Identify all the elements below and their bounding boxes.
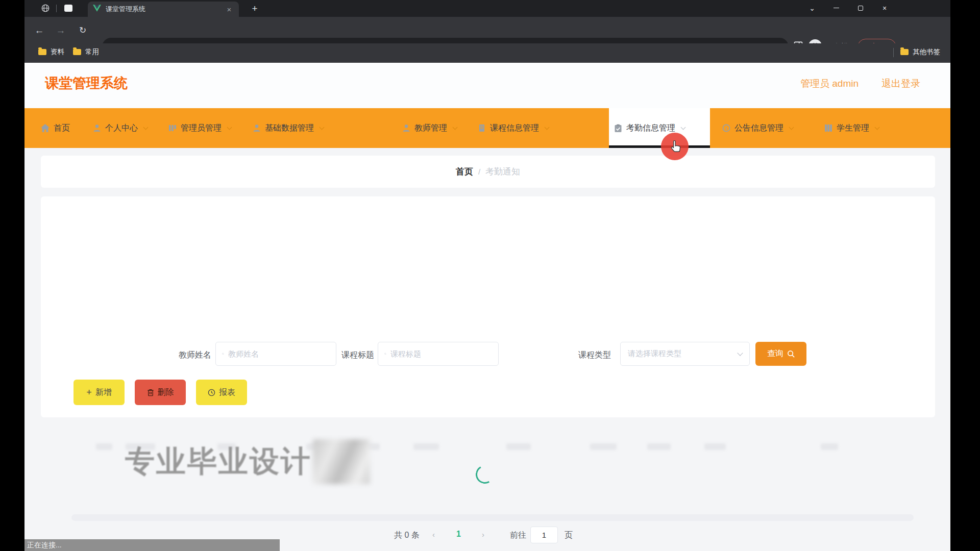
nav-label: 公告信息管理 [734, 123, 783, 134]
report-label: 报表 [219, 387, 235, 398]
window-restore-button[interactable] [850, 0, 871, 16]
new-tab-button[interactable]: + [248, 2, 261, 15]
breadcrumb: 首页 / 考勤通知 [41, 156, 935, 188]
table-empty-divider [71, 514, 914, 521]
folder-icon [900, 49, 909, 55]
search-icon [222, 350, 224, 358]
folder-icon [73, 49, 81, 55]
teacher-name-label: 教师姓名 [179, 350, 211, 361]
current-user-label: 管理员 admin [800, 77, 859, 90]
next-page-button[interactable]: › [482, 530, 484, 539]
tab-close-icon[interactable]: × [225, 5, 234, 14]
info-circle-icon [722, 124, 730, 132]
teacher-name-input[interactable] [228, 349, 330, 358]
browser-tab-strip: 课堂管理系统 × + ⌄ × [24, 0, 950, 17]
user-icon [93, 124, 101, 132]
chevron-down-icon [875, 124, 880, 130]
bookmark-folder-changyong[interactable]: 常用 [73, 47, 99, 57]
hand-cursor-icon [669, 140, 682, 156]
reload-button[interactable]: ↻ [75, 23, 90, 38]
nav-label: 考勤信息管理 [626, 123, 675, 134]
page-number-active[interactable]: 1 [456, 530, 461, 539]
grid-icon [824, 124, 832, 132]
breadcrumb-home[interactable]: 首页 [456, 166, 473, 178]
course-type-label: 课程类型 [578, 350, 611, 361]
browser-window: 课堂管理系统 × + ⌄ × ← → ↻ localhost:8081/#/ka… [24, 0, 950, 551]
course-title-input[interactable] [390, 349, 492, 358]
nav-item-admin-mgmt[interactable]: 管理员管理 [163, 108, 236, 148]
course-type-select[interactable]: 请选择课程类型 [620, 342, 750, 366]
tab-separator [56, 5, 57, 12]
delete-label: 删除 [158, 387, 174, 398]
nav-item-attendance-mgmt[interactable]: 考勤信息管理 [609, 108, 710, 148]
browser-tab[interactable]: 课堂管理系统 × [88, 2, 239, 17]
total-count-label: 共 0 条 [394, 530, 420, 541]
watermark-text: 专业毕业设计 [125, 442, 312, 482]
course-title-field [378, 342, 499, 366]
nav-item-home[interactable]: 首页 [36, 108, 75, 148]
chevron-down-icon [143, 124, 149, 130]
goto-label: 前往 [510, 530, 526, 541]
search-icon [384, 350, 386, 358]
folder-icon [38, 49, 46, 55]
content-panel: 教师姓名 课程标题 课程类型 请选择课程类型 查询 + 新增 [41, 196, 935, 417]
status-text: 正在连接... [27, 541, 62, 550]
query-button[interactable]: 查询 [755, 342, 806, 366]
nav-item-student-mgmt[interactable]: 学生管理 [819, 108, 884, 148]
nav-label: 基础数据管理 [265, 123, 314, 134]
delete-button[interactable]: 删除 [135, 380, 186, 405]
add-label: 新增 [95, 387, 112, 398]
tab-title: 课堂管理系统 [106, 5, 225, 14]
breadcrumb-separator: / [478, 167, 480, 176]
add-button[interactable]: + 新增 [74, 380, 125, 405]
user-icon [402, 124, 410, 132]
forward-button[interactable]: → [53, 23, 68, 38]
nav-item-notice-mgmt[interactable]: 公告信息管理 [717, 108, 798, 148]
logout-link[interactable]: 退出登录 [881, 77, 920, 90]
chevron-down-icon [545, 124, 550, 130]
report-button[interactable]: 报表 [196, 380, 247, 405]
course-title-label: 课程标题 [341, 350, 374, 361]
prev-page-button[interactable]: ‹ [432, 530, 435, 539]
bookmark-label: 常用 [85, 47, 99, 57]
nav-item-course-mgmt[interactable]: 课程信息管理 [473, 108, 554, 148]
pinned-tab-icon[interactable] [64, 5, 72, 12]
clipboard-check-icon [614, 124, 622, 133]
chevron-down-icon [320, 124, 325, 130]
plus-icon: + [86, 389, 92, 396]
browser-toolbar: ← → ↻ localhost:8081/#/kaoqin ☆ [24, 17, 950, 43]
chevron-down-icon [227, 124, 232, 130]
window-menu-chevron-icon[interactable]: ⌄ [802, 0, 822, 16]
goto-page-input[interactable] [530, 527, 558, 543]
building-icon [478, 124, 486, 132]
nav-item-base-data[interactable]: 基础数据管理 [248, 108, 329, 148]
nav-item-teacher-mgmt[interactable]: 教师管理 [397, 108, 462, 148]
bookmark-folder-ziliao[interactable]: 资料 [38, 47, 64, 57]
other-bookmarks-label: 其他书签 [913, 47, 940, 57]
loading-spinner [474, 463, 496, 486]
trash-icon [147, 389, 154, 396]
back-button[interactable]: ← [32, 23, 47, 38]
teacher-name-field [215, 342, 336, 366]
breadcrumb-current: 考勤通知 [485, 166, 520, 178]
page-unit-label: 页 [565, 530, 573, 541]
bookmark-label: 资料 [51, 47, 64, 57]
nav-label: 教师管理 [414, 123, 447, 134]
globe-icon[interactable] [41, 4, 50, 15]
site-title: 课堂管理系统 [45, 74, 128, 92]
desktop-background: 课堂管理系统 × + ⌄ × ← → ↻ localhost:8081/#/ka… [0, 0, 980, 551]
nav-label: 管理员管理 [181, 123, 222, 134]
query-label: 查询 [767, 348, 783, 359]
clock-icon [208, 389, 215, 396]
user-icon [253, 124, 261, 132]
other-bookmarks-button[interactable]: 其他书签 [900, 47, 940, 57]
chevron-down-icon [789, 124, 794, 130]
main-nav: 首页 个人中心 管理员管理 基础数据管理 教师管理 [24, 108, 950, 148]
bookmarks-separator [893, 48, 894, 57]
nav-item-profile[interactable]: 个人中心 [88, 108, 153, 148]
window-close-button[interactable]: × [874, 0, 895, 16]
nav-label: 学生管理 [837, 123, 869, 134]
chevron-down-icon [737, 350, 743, 356]
chevron-down-icon [681, 124, 686, 130]
window-minimize-button[interactable] [826, 0, 846, 16]
